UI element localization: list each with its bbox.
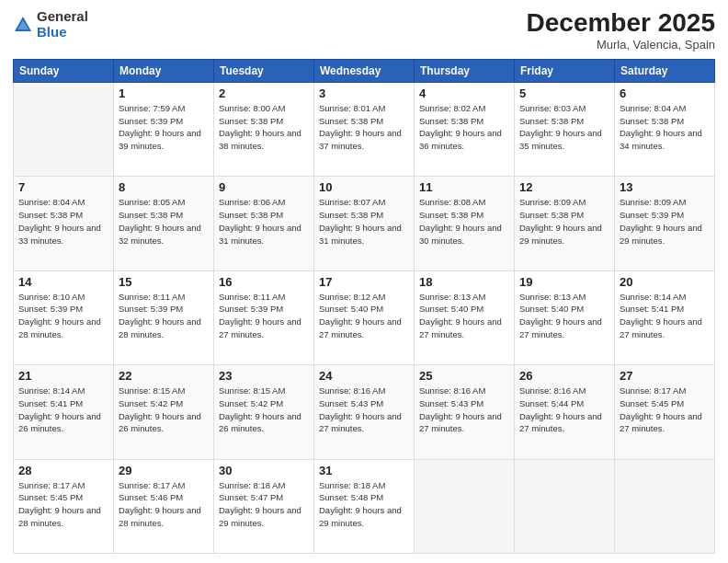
day-info: Sunrise: 8:16 AM Sunset: 5:44 PM Dayligh… [519, 385, 609, 435]
day-info: Sunrise: 8:15 AM Sunset: 5:42 PM Dayligh… [119, 385, 209, 435]
logo: General Blue [13, 9, 88, 40]
day-number: 6 [620, 86, 710, 100]
table-row: 6Sunrise: 8:04 AM Sunset: 5:38 PM Daylig… [615, 82, 715, 176]
day-number: 12 [519, 180, 609, 194]
table-row: 5Sunrise: 8:03 AM Sunset: 5:38 PM Daylig… [515, 82, 615, 176]
logo-text: General Blue [37, 9, 88, 40]
table-row: 14Sunrise: 8:10 AM Sunset: 5:39 PM Dayli… [14, 270, 114, 364]
day-info: Sunrise: 8:01 AM Sunset: 5:38 PM Dayligh… [319, 102, 409, 153]
table-row [415, 459, 515, 553]
day-number: 4 [419, 86, 509, 100]
day-info: Sunrise: 8:13 AM Sunset: 5:40 PM Dayligh… [419, 291, 509, 341]
day-number: 16 [219, 275, 309, 289]
day-number: 8 [119, 180, 209, 194]
table-row: 28Sunrise: 8:17 AM Sunset: 5:45 PM Dayli… [14, 459, 114, 553]
day-number: 14 [18, 275, 108, 289]
day-number: 15 [119, 275, 209, 289]
day-number: 9 [219, 180, 309, 194]
table-row: 24Sunrise: 8:16 AM Sunset: 5:43 PM Dayli… [314, 365, 415, 459]
day-info: Sunrise: 8:17 AM Sunset: 5:45 PM Dayligh… [620, 385, 710, 435]
table-row: 11Sunrise: 8:08 AM Sunset: 5:38 PM Dayli… [415, 177, 515, 270]
table-row: 15Sunrise: 8:11 AM Sunset: 5:39 PM Dayli… [114, 270, 214, 364]
day-number: 26 [519, 369, 609, 383]
table-row: 16Sunrise: 8:11 AM Sunset: 5:39 PM Dayli… [214, 270, 314, 364]
logo-icon [13, 15, 33, 35]
table-row: 21Sunrise: 8:14 AM Sunset: 5:41 PM Dayli… [14, 365, 114, 459]
logo-blue-text: Blue [37, 24, 67, 40]
header: General Blue December 2025 Murla, Valenc… [13, 9, 715, 52]
day-info: Sunrise: 8:03 AM Sunset: 5:38 PM Dayligh… [519, 102, 609, 153]
day-info: Sunrise: 8:14 AM Sunset: 5:41 PM Dayligh… [620, 291, 710, 341]
table-row: 1Sunrise: 7:59 AM Sunset: 5:39 PM Daylig… [114, 82, 214, 176]
table-row: 18Sunrise: 8:13 AM Sunset: 5:40 PM Dayli… [415, 270, 515, 364]
table-row: 30Sunrise: 8:18 AM Sunset: 5:47 PM Dayli… [214, 459, 314, 553]
col-saturday: Saturday [615, 59, 715, 82]
day-number: 1 [119, 86, 209, 100]
day-number: 31 [319, 464, 409, 477]
table-row: 26Sunrise: 8:16 AM Sunset: 5:44 PM Dayli… [515, 365, 615, 459]
col-thursday: Thursday [415, 59, 515, 82]
table-row: 20Sunrise: 8:14 AM Sunset: 5:41 PM Dayli… [615, 270, 715, 364]
day-info: Sunrise: 8:00 AM Sunset: 5:38 PM Dayligh… [219, 102, 309, 153]
day-number: 13 [620, 180, 710, 194]
table-row: 13Sunrise: 8:09 AM Sunset: 5:39 PM Dayli… [615, 177, 715, 270]
table-row: 8Sunrise: 8:05 AM Sunset: 5:38 PM Daylig… [114, 177, 214, 270]
day-info: Sunrise: 8:16 AM Sunset: 5:43 PM Dayligh… [419, 385, 509, 435]
day-info: Sunrise: 8:11 AM Sunset: 5:39 PM Dayligh… [119, 291, 209, 341]
day-number: 30 [219, 464, 309, 477]
page: General Blue December 2025 Murla, Valenc… [0, 0, 728, 563]
col-monday: Monday [114, 59, 214, 82]
table-row: 19Sunrise: 8:13 AM Sunset: 5:40 PM Dayli… [515, 270, 615, 364]
day-number: 20 [620, 275, 710, 289]
table-row: 17Sunrise: 8:12 AM Sunset: 5:40 PM Dayli… [314, 270, 415, 364]
table-row: 9Sunrise: 8:06 AM Sunset: 5:38 PM Daylig… [214, 177, 314, 270]
table-row [14, 82, 114, 176]
day-info: Sunrise: 8:18 AM Sunset: 5:48 PM Dayligh… [319, 479, 409, 530]
table-row: 29Sunrise: 8:17 AM Sunset: 5:46 PM Dayli… [114, 459, 214, 553]
logo-general-text: General [37, 8, 88, 24]
day-number: 23 [219, 369, 309, 383]
day-info: Sunrise: 8:09 AM Sunset: 5:38 PM Dayligh… [519, 196, 609, 247]
day-number: 22 [119, 369, 209, 383]
day-number: 29 [119, 464, 209, 477]
day-number: 28 [18, 464, 108, 477]
day-info: Sunrise: 8:02 AM Sunset: 5:38 PM Dayligh… [419, 102, 509, 153]
day-number: 11 [419, 180, 509, 194]
day-number: 7 [18, 180, 108, 194]
day-number: 27 [620, 369, 710, 383]
location: Murla, Valencia, Spain [527, 38, 715, 52]
day-info: Sunrise: 8:11 AM Sunset: 5:39 PM Dayligh… [219, 291, 309, 341]
day-number: 25 [419, 369, 509, 383]
day-number: 18 [419, 275, 509, 289]
col-wednesday: Wednesday [314, 59, 415, 82]
day-info: Sunrise: 8:14 AM Sunset: 5:41 PM Dayligh… [18, 385, 108, 435]
day-info: Sunrise: 8:17 AM Sunset: 5:45 PM Dayligh… [18, 479, 108, 530]
table-row: 27Sunrise: 8:17 AM Sunset: 5:45 PM Dayli… [615, 365, 715, 459]
table-row: 3Sunrise: 8:01 AM Sunset: 5:38 PM Daylig… [314, 82, 415, 176]
month-title: December 2025 [527, 9, 715, 38]
table-row: 12Sunrise: 8:09 AM Sunset: 5:38 PM Dayli… [515, 177, 615, 270]
day-number: 21 [18, 369, 108, 383]
day-number: 24 [319, 369, 409, 383]
day-info: Sunrise: 8:10 AM Sunset: 5:39 PM Dayligh… [18, 291, 108, 341]
day-info: Sunrise: 8:12 AM Sunset: 5:40 PM Dayligh… [319, 291, 409, 341]
table-row: 4Sunrise: 8:02 AM Sunset: 5:38 PM Daylig… [415, 82, 515, 176]
day-info: Sunrise: 8:06 AM Sunset: 5:38 PM Dayligh… [219, 196, 309, 247]
table-row [615, 459, 715, 553]
col-sunday: Sunday [14, 59, 114, 82]
day-info: Sunrise: 8:05 AM Sunset: 5:38 PM Dayligh… [119, 196, 209, 247]
day-info: Sunrise: 7:59 AM Sunset: 5:39 PM Dayligh… [119, 102, 209, 153]
table-row: 23Sunrise: 8:15 AM Sunset: 5:42 PM Dayli… [214, 365, 314, 459]
table-row: 2Sunrise: 8:00 AM Sunset: 5:38 PM Daylig… [214, 82, 314, 176]
day-info: Sunrise: 8:08 AM Sunset: 5:38 PM Dayligh… [419, 196, 509, 247]
day-number: 2 [219, 86, 309, 100]
table-row: 10Sunrise: 8:07 AM Sunset: 5:38 PM Dayli… [314, 177, 415, 270]
table-row: 7Sunrise: 8:04 AM Sunset: 5:38 PM Daylig… [14, 177, 114, 270]
table-row: 25Sunrise: 8:16 AM Sunset: 5:43 PM Dayli… [415, 365, 515, 459]
day-info: Sunrise: 8:16 AM Sunset: 5:43 PM Dayligh… [319, 385, 409, 435]
day-info: Sunrise: 8:04 AM Sunset: 5:38 PM Dayligh… [620, 102, 710, 153]
day-number: 10 [319, 180, 409, 194]
day-info: Sunrise: 8:09 AM Sunset: 5:39 PM Dayligh… [620, 196, 710, 247]
day-number: 5 [519, 86, 609, 100]
title-block: December 2025 Murla, Valencia, Spain [527, 9, 715, 52]
